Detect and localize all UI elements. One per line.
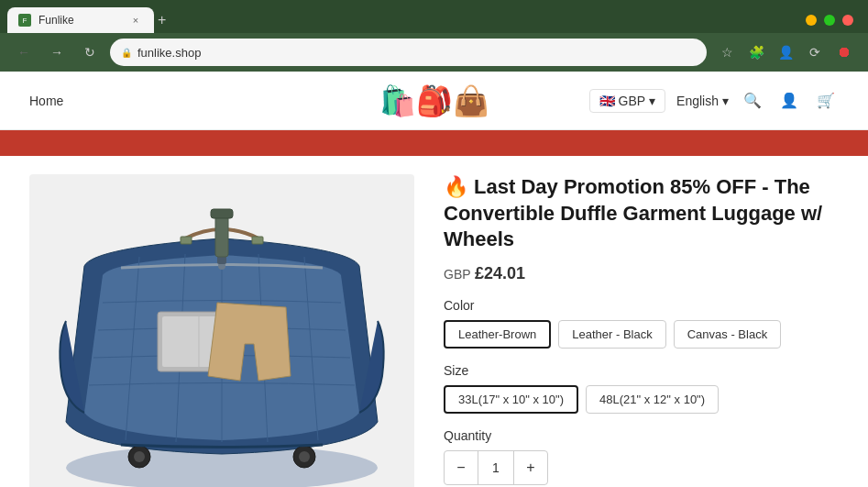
toolbar-icons: ☆ 🧩 👤 ⟳ ⏺ <box>714 39 857 65</box>
color-option-canvas-black[interactable]: Canvas - Black <box>674 320 781 349</box>
product-price: GBP £24.01 <box>444 264 839 283</box>
back-btn[interactable]: ← <box>11 39 37 65</box>
site-header: Home 🛍️🎒👜 🇬🇧 GBP ▾ English ▾ 🔍 👤 🛒 <box>0 72 868 130</box>
address-text: funlike.shop <box>137 46 696 60</box>
color-options: Leather-Brown Leather - Black Canvas - B… <box>444 320 839 349</box>
window-close-btn[interactable] <box>842 15 853 26</box>
quantity-control: − 1 + <box>444 450 548 485</box>
svg-point-11 <box>299 451 310 462</box>
color-option-leather-black[interactable]: Leather - Black <box>558 320 665 349</box>
site-logo: 🛍️🎒👜 <box>379 83 489 118</box>
color-option-leather-brown[interactable]: Leather-Brown <box>444 320 551 349</box>
tab-title: Funlike <box>38 14 121 27</box>
svg-rect-7 <box>252 237 263 244</box>
price-currency-label: GBP <box>444 267 471 282</box>
product-info: 🔥 Last Day Promotion 85% OFF - The Conve… <box>444 174 839 487</box>
price-amount: £24.01 <box>475 264 525 282</box>
size-option-48l[interactable]: 48L(21" x 12" x 10") <box>586 385 719 414</box>
currency-flag: 🇬🇧 <box>599 94 615 108</box>
quantity-decrease-btn[interactable]: − <box>445 451 478 484</box>
language-selector[interactable]: English ▾ <box>676 94 729 108</box>
product-section: 🔥 Last Day Promotion 85% OFF - The Conve… <box>0 156 868 487</box>
size-option-33l[interactable]: 33L(17" x 10" x 10") <box>444 385 578 414</box>
browser-tab[interactable]: F Funlike × <box>7 7 154 33</box>
quantity-label: Quantity <box>444 428 839 443</box>
promo-banner <box>0 130 868 156</box>
home-link[interactable]: Home <box>29 94 63 108</box>
svg-point-9 <box>134 451 145 462</box>
currency-label: GBP <box>619 94 646 108</box>
search-btn[interactable]: 🔍 <box>740 88 765 113</box>
product-title: 🔥 Last Day Promotion 85% OFF - The Conve… <box>444 174 839 253</box>
svg-rect-6 <box>181 237 192 244</box>
more-btn[interactable]: ⏺ <box>831 39 857 65</box>
profile-btn[interactable]: 👤 <box>773 39 798 65</box>
quantity-value: 1 <box>478 451 514 484</box>
size-options: 33L(17" x 10" x 10") 48L(21" x 12" x 10"… <box>444 385 839 414</box>
size-section: Size 33L(17" x 10" x 10") 48L(21" x 12" … <box>444 363 839 414</box>
tab-favicon: F <box>18 14 31 27</box>
extensions-btn[interactable]: 🧩 <box>743 39 769 65</box>
refresh-btn[interactable]: ↻ <box>77 39 103 65</box>
size-label: Size <box>444 363 839 378</box>
account-btn[interactable]: 👤 <box>776 88 802 113</box>
quantity-increase-btn[interactable]: + <box>514 451 547 484</box>
ssl-icon: 🔒 <box>121 48 132 58</box>
sync-btn[interactable]: ⟳ <box>802 39 828 65</box>
browser-toolbar: ← → ↻ 🔒 funlike.shop ☆ 🧩 👤 ⟳ ⏺ <box>0 33 868 72</box>
quantity-section: Quantity − 1 + <box>444 428 839 485</box>
currency-selector[interactable]: 🇬🇧 GBP ▾ <box>589 89 666 113</box>
tab-close-btn[interactable]: × <box>128 13 143 28</box>
browser-chrome: F Funlike × + ← → ↻ 🔒 funlike.shop ☆ <box>0 0 868 72</box>
logo-icon: 🛍️🎒👜 <box>379 83 489 118</box>
forward-btn[interactable]: → <box>44 39 70 65</box>
color-label: Color <box>444 298 839 313</box>
window-maximize-btn[interactable] <box>824 15 835 26</box>
bookmark-btn[interactable]: ☆ <box>714 39 740 65</box>
svg-rect-13 <box>211 209 233 218</box>
header-right: 🇬🇧 GBP ▾ English ▾ 🔍 👤 🛒 <box>589 88 840 113</box>
window-minimize-btn[interactable] <box>806 15 817 26</box>
language-arrow: ▾ <box>722 94 729 108</box>
color-section: Color Leather-Brown Leather - Black Canv… <box>444 298 839 349</box>
page-content: Home 🛍️🎒👜 🇬🇧 GBP ▾ English ▾ 🔍 👤 🛒 <box>0 72 868 487</box>
cart-btn[interactable]: 🛒 <box>813 88 839 113</box>
language-label: English <box>676 94 719 108</box>
currency-arrow: ▾ <box>649 94 655 108</box>
product-image-area <box>29 174 414 487</box>
address-bar[interactable]: 🔒 funlike.shop <box>110 39 707 66</box>
new-tab-btn[interactable]: + <box>154 8 170 32</box>
product-image <box>48 193 396 487</box>
